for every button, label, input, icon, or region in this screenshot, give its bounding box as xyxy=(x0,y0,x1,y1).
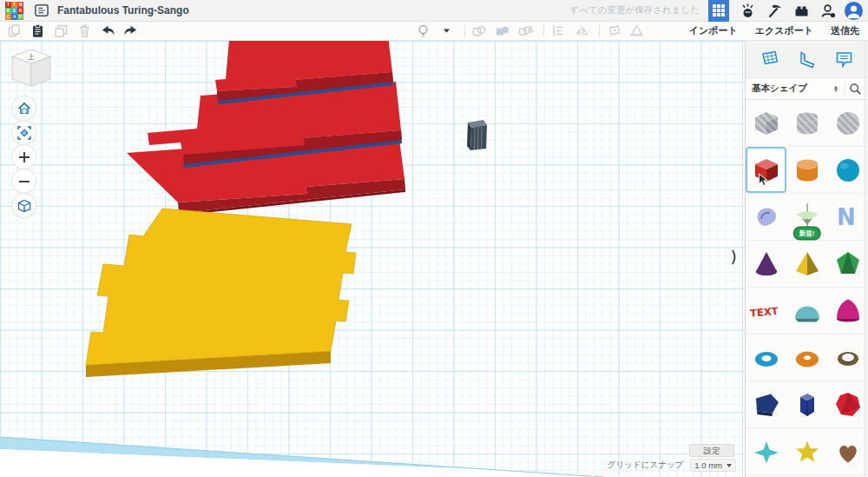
zoom-out-button[interactable] xyxy=(12,169,36,193)
paste-icon[interactable] xyxy=(30,23,45,39)
hand-sparks-icon[interactable] xyxy=(739,2,756,19)
shape-pyramid[interactable] xyxy=(786,241,827,287)
updown-caret-icon[interactable]: ▲▼ xyxy=(833,85,838,92)
design-title: Fantabulous Turing-Sango xyxy=(57,4,189,17)
snap-grid-value[interactable]: 1.0 mm xyxy=(690,459,736,472)
toolbar-divider xyxy=(543,24,544,37)
profile-icon[interactable] xyxy=(819,2,837,19)
gray-box[interactable] xyxy=(467,120,487,150)
search-icon[interactable] xyxy=(845,83,862,96)
show-all-icon[interactable] xyxy=(416,23,431,39)
undo-icon[interactable] xyxy=(100,23,115,39)
viewport-3d[interactable]: 上 xyxy=(0,41,745,477)
ruler-icon[interactable] xyxy=(795,47,819,71)
scene-3d xyxy=(0,41,745,477)
shape-row: 新規!N xyxy=(746,194,868,241)
shape-text[interactable]: TEXT xyxy=(746,288,786,334)
shape-row xyxy=(746,428,868,475)
design-menu-icon[interactable] xyxy=(33,3,49,19)
align-icon xyxy=(550,23,566,39)
shape-row xyxy=(746,147,868,194)
tinkercad-logo[interactable]: TINKERCAD xyxy=(5,2,23,20)
caret-down-icon xyxy=(727,464,732,467)
new-badge: 新規! xyxy=(794,228,820,239)
toolbar-divider xyxy=(599,24,600,37)
brick-icon[interactable] xyxy=(792,2,810,19)
toolbar-divider xyxy=(464,24,465,37)
copy-icon xyxy=(6,23,22,39)
yellow-plate[interactable] xyxy=(86,209,356,377)
shape-row xyxy=(746,381,868,428)
svg-text:N: N xyxy=(837,204,856,230)
shape-box[interactable] xyxy=(746,147,786,193)
shape-row xyxy=(746,335,868,381)
shape-cylinder[interactable] xyxy=(786,147,827,193)
duplicate-icon xyxy=(53,23,69,39)
logo-tile: K xyxy=(5,8,11,14)
panel-collapse-handle[interactable] xyxy=(728,246,740,268)
shape-cylinder-hole[interactable] xyxy=(786,100,827,146)
import-button[interactable]: インポート xyxy=(689,24,738,37)
logo-tile: T xyxy=(5,2,11,8)
shapes-panel: 基本シェイプ ▲▼ 新規!NTEXT xyxy=(745,41,868,477)
logo-tile: N xyxy=(17,2,23,8)
redo-icon[interactable] xyxy=(123,23,139,39)
shape-heart[interactable] xyxy=(827,428,868,474)
logo-tile: D xyxy=(17,14,23,20)
shape-star-4pt[interactable] xyxy=(746,428,786,474)
top-bar: TINKERCAD Fantabulous Turing-Sango すべての変… xyxy=(0,0,868,22)
shape-box-hole[interactable] xyxy=(746,100,786,146)
shape-polyhedron[interactable] xyxy=(827,241,868,287)
logo-tile: R xyxy=(17,8,23,14)
save-status: すべての変更が保存されました xyxy=(570,4,700,17)
zoom-in-button[interactable] xyxy=(12,145,36,169)
notes-icon[interactable] xyxy=(832,47,857,71)
shape-sphere-hole[interactable] xyxy=(827,100,868,146)
shape-category-row: 基本シェイプ ▲▼ xyxy=(746,77,868,100)
caret-down-icon[interactable] xyxy=(439,23,455,39)
shape-cone[interactable] xyxy=(746,241,786,287)
mirror-icon xyxy=(574,23,589,39)
delete-icon xyxy=(76,23,92,39)
panel-scrollbar[interactable] xyxy=(864,41,867,477)
tinkercad-app: TINKERCAD Fantabulous Turing-Sango すべての変… xyxy=(0,0,868,477)
shape-icosahedron[interactable] xyxy=(827,381,868,427)
fit-view-button[interactable] xyxy=(12,121,36,144)
ruler-tool-icon xyxy=(629,23,645,39)
viewcube-top-label: 上 xyxy=(27,53,35,61)
view-cube[interactable]: 上 xyxy=(10,48,52,95)
shape-hexagonal-prism[interactable] xyxy=(786,381,827,427)
shape-scribble[interactable] xyxy=(746,194,786,240)
logo-tile: A xyxy=(11,14,17,20)
shape-spinner-top[interactable]: 新規! xyxy=(786,194,827,240)
group-icon xyxy=(471,23,487,39)
logo-tile: C xyxy=(5,14,11,20)
ungroup-icon xyxy=(495,23,510,39)
shape-squiggle[interactable]: N xyxy=(827,194,868,240)
shape-polygon[interactable] xyxy=(746,381,786,427)
logo-tile: E xyxy=(11,8,17,14)
workplane-edge xyxy=(0,437,668,477)
shape-sphere[interactable] xyxy=(827,147,868,193)
snap-grid-control: グリッドにスナップ 1.0 mm xyxy=(608,459,736,472)
shape-category-select[interactable]: 基本シェイプ xyxy=(752,83,833,95)
svg-text:TEXT: TEXT xyxy=(749,304,779,319)
shape-torus[interactable] xyxy=(786,335,827,381)
export-button[interactable]: エクスポート xyxy=(755,24,813,37)
send-to-button[interactable]: 送信先 xyxy=(831,24,859,37)
shape-torus-thin[interactable] xyxy=(746,335,786,381)
pickaxe-icon[interactable] xyxy=(766,2,783,19)
home-view-button[interactable] xyxy=(12,96,36,120)
grid-settings-button[interactable]: 設定 xyxy=(689,444,734,457)
shape-row: TEXT xyxy=(746,288,868,335)
shape-tube[interactable] xyxy=(827,335,868,381)
avatar[interactable] xyxy=(845,2,863,20)
workplane-tool-icon xyxy=(606,23,621,39)
apps-grid-icon[interactable] xyxy=(708,0,729,22)
shape-paraboloid[interactable] xyxy=(827,288,868,334)
workplane-icon[interactable] xyxy=(758,47,782,71)
perspective-toggle-button[interactable] xyxy=(12,194,36,217)
shape-half-cylinder[interactable] xyxy=(786,288,827,334)
ungroup-scissors-icon xyxy=(518,23,534,39)
shape-star-5pt[interactable] xyxy=(786,428,827,474)
